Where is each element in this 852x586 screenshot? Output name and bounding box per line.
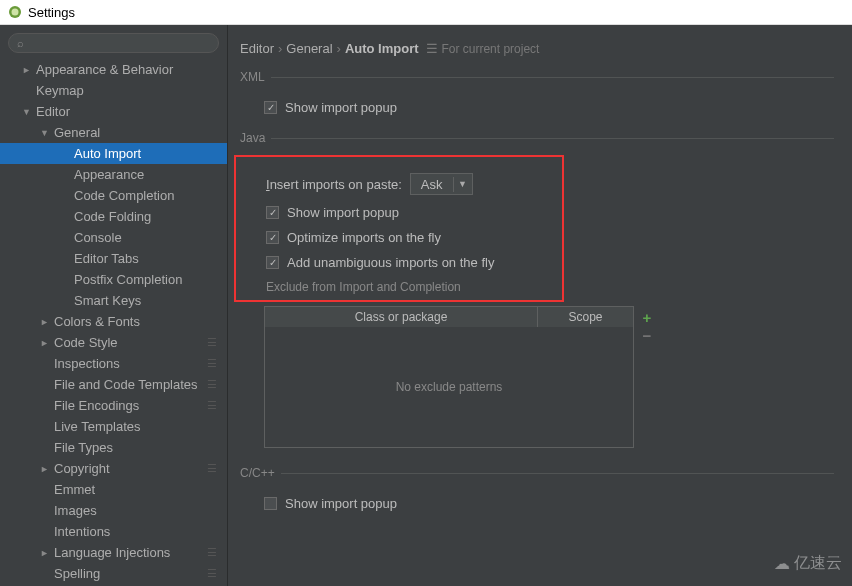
sidebar-item-label: Keymap: [36, 83, 84, 98]
sidebar-item-label: File Encodings: [54, 398, 139, 413]
sidebar-item-code-completion[interactable]: Code Completion: [0, 185, 227, 206]
tree-arrow-icon: ►: [40, 317, 48, 327]
sidebar-item-label: Appearance: [74, 167, 144, 182]
cpp-show-import-popup-label: Show import popup: [285, 496, 397, 511]
sidebar-item-label: Copyright: [54, 461, 110, 476]
cpp-show-import-popup-checkbox[interactable]: [264, 497, 277, 510]
unambiguous-imports-checkbox[interactable]: [266, 256, 279, 269]
tree-arrow-icon: ▼: [22, 107, 30, 117]
sidebar-item-colors-fonts[interactable]: ►Colors & Fonts: [0, 311, 227, 332]
tree-arrow-icon: ►: [40, 548, 48, 558]
tree-arrow-icon: ▼: [40, 128, 48, 138]
project-level-icon: ☰: [207, 378, 217, 391]
sidebar-item-label: Colors & Fonts: [54, 314, 140, 329]
sidebar-item-label: Postfix Completion: [74, 272, 182, 287]
title-bar: Settings: [0, 0, 852, 25]
add-exclude-button[interactable]: +: [638, 308, 656, 326]
java-show-import-popup-checkbox[interactable]: [266, 206, 279, 219]
remove-exclude-button[interactable]: −: [638, 326, 656, 344]
insert-imports-select[interactable]: Ask ▼: [410, 173, 473, 195]
sidebar-item-emmet[interactable]: Emmet: [0, 479, 227, 500]
project-level-icon: ☰: [207, 567, 217, 580]
sidebar-item-editor[interactable]: ▼Editor: [0, 101, 227, 122]
settings-content: Editor›General›Auto Import ☰ For current…: [228, 25, 852, 586]
optimize-imports-label: Optimize imports on the fly: [287, 230, 441, 245]
xml-section: XML Show import popup: [240, 70, 834, 121]
sidebar-item-file-types[interactable]: File Types: [0, 437, 227, 458]
settings-sidebar: ⌕ ►Appearance & BehaviorKeymap▼Editor▼Ge…: [0, 25, 228, 586]
sidebar-item-label: Spelling: [54, 566, 100, 581]
sidebar-item-label: Language Injections: [54, 545, 170, 560]
sidebar-item-label: File and Code Templates: [54, 377, 198, 392]
app-logo-icon: [8, 5, 22, 19]
insert-imports-label: Insert imports on paste:: [266, 177, 402, 192]
sidebar-item-auto-import[interactable]: Auto Import: [0, 143, 227, 164]
java-show-import-popup-label: Show import popup: [287, 205, 399, 220]
project-level-icon: ☰: [207, 546, 217, 559]
sidebar-item-editor-tabs[interactable]: Editor Tabs: [0, 248, 227, 269]
sidebar-item-file-encodings[interactable]: File Encodings☰: [0, 395, 227, 416]
xml-show-import-popup-checkbox[interactable]: [264, 101, 277, 114]
sidebar-item-intentions[interactable]: Intentions: [0, 521, 227, 542]
project-level-icon: ☰: [207, 336, 217, 349]
settings-tree: ►Appearance & BehaviorKeymap▼Editor▼Gene…: [0, 59, 227, 586]
search-icon: ⌕: [17, 37, 24, 49]
sidebar-item-label: Emmet: [54, 482, 95, 497]
sidebar-item-images[interactable]: Images: [0, 500, 227, 521]
sidebar-item-label: Console: [74, 230, 122, 245]
sidebar-item-label: Smart Keys: [74, 293, 141, 308]
settings-search[interactable]: ⌕: [8, 33, 219, 53]
tree-arrow-icon: ►: [22, 65, 30, 75]
sidebar-item-smart-keys[interactable]: Smart Keys: [0, 290, 227, 311]
sidebar-item-code-folding[interactable]: Code Folding: [0, 206, 227, 227]
sidebar-item-label: Code Folding: [74, 209, 151, 224]
sidebar-item-label: Intentions: [54, 524, 110, 539]
sidebar-item-live-templates[interactable]: Live Templates: [0, 416, 227, 437]
scope-column-header[interactable]: Scope: [538, 307, 633, 327]
sidebar-item-code-style[interactable]: ►Code Style☰: [0, 332, 227, 353]
sidebar-item-postfix-completion[interactable]: Postfix Completion: [0, 269, 227, 290]
exclude-label: Exclude from Import and Completion: [266, 280, 556, 294]
sidebar-item-label: Images: [54, 503, 97, 518]
sidebar-item-label: Editor: [36, 104, 70, 119]
unambiguous-imports-label: Add unambiguous imports on the fly: [287, 255, 494, 270]
cpp-section: C/C++ Show import popup: [240, 466, 834, 517]
sidebar-item-appearance[interactable]: Appearance: [0, 164, 227, 185]
window-title: Settings: [28, 5, 75, 20]
exclude-table-body: No exclude patterns: [265, 327, 633, 447]
project-scope-icon: ☰: [426, 41, 438, 56]
svg-point-1: [12, 9, 19, 16]
sidebar-item-label: Code Style: [54, 335, 118, 350]
project-level-icon: ☰: [207, 462, 217, 475]
class-column-header[interactable]: Class or package: [265, 307, 538, 327]
sidebar-item-copyright[interactable]: ►Copyright☰: [0, 458, 227, 479]
sidebar-item-inspections[interactable]: Inspections☰: [0, 353, 227, 374]
sidebar-item-general[interactable]: ▼General: [0, 122, 227, 143]
optimize-imports-checkbox[interactable]: [266, 231, 279, 244]
highlight-box: Insert imports on paste: Ask ▼ Show impo…: [234, 155, 564, 302]
sidebar-item-label: Auto Import: [74, 146, 141, 161]
tree-arrow-icon: ►: [40, 338, 48, 348]
sidebar-item-console[interactable]: Console: [0, 227, 227, 248]
xml-show-import-popup-label: Show import popup: [285, 100, 397, 115]
tree-arrow-icon: ►: [40, 464, 48, 474]
breadcrumb: Editor›General›Auto Import ☰ For current…: [240, 41, 834, 56]
sidebar-item-label: Live Templates: [54, 419, 140, 434]
search-input[interactable]: [28, 36, 210, 50]
sidebar-item-label: File Types: [54, 440, 113, 455]
watermark: ☁ 亿速云: [774, 553, 842, 574]
sidebar-item-spelling[interactable]: Spelling☰: [0, 563, 227, 584]
sidebar-item-appearance-behavior[interactable]: ►Appearance & Behavior: [0, 59, 227, 80]
cloud-icon: ☁: [774, 554, 790, 573]
sidebar-item-file-and-code-templates[interactable]: File and Code Templates☰: [0, 374, 227, 395]
sidebar-item-language-injections[interactable]: ►Language Injections☰: [0, 542, 227, 563]
chevron-down-icon: ▼: [454, 179, 472, 189]
sidebar-item-label: Editor Tabs: [74, 251, 139, 266]
sidebar-item-label: Code Completion: [74, 188, 174, 203]
sidebar-item-label: Appearance & Behavior: [36, 62, 173, 77]
java-section: Java Insert imports on paste: Ask ▼ Show…: [240, 131, 834, 456]
project-level-icon: ☰: [207, 357, 217, 370]
sidebar-item-label: General: [54, 125, 100, 140]
project-level-icon: ☰: [207, 399, 217, 412]
sidebar-item-keymap[interactable]: Keymap: [0, 80, 227, 101]
